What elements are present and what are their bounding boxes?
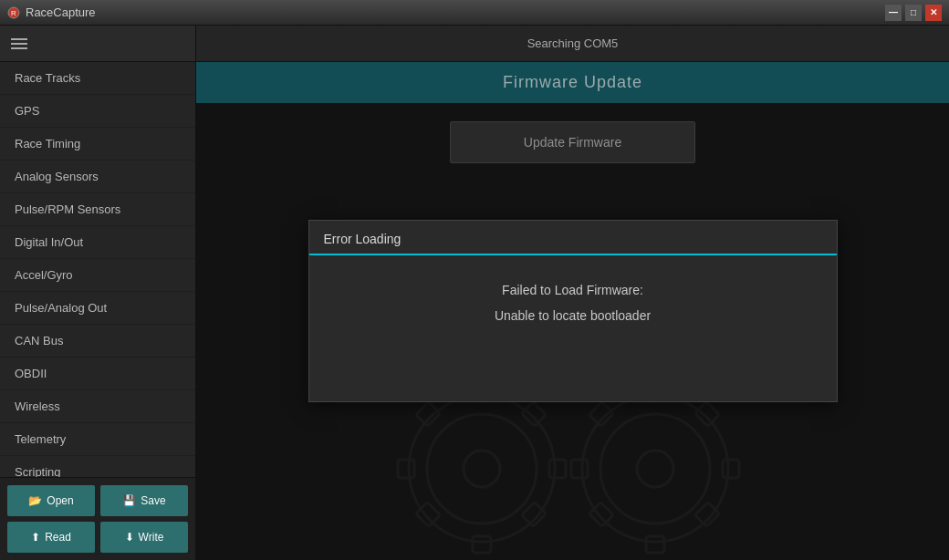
folder-open-icon: 📂: [28, 494, 42, 507]
sidebar-item-telemetry[interactable]: Telemetry: [0, 423, 195, 456]
read-button-label: Read: [45, 531, 71, 544]
close-button[interactable]: ✕: [925, 5, 942, 21]
sidebar-item-wireless[interactable]: Wireless: [0, 390, 195, 423]
sidebar-item-scripting[interactable]: Scripting: [0, 456, 195, 477]
menu-icon[interactable]: [11, 38, 27, 49]
connection-status: Searching COM5: [527, 36, 619, 50]
save-button-label: Save: [141, 494, 165, 507]
sidebar-nav: Race TracksGPSRace TimingAnalog SensorsP…: [0, 62, 195, 477]
error-dialog-header: Error Loading: [309, 221, 837, 255]
write-icon: ⬇: [125, 531, 134, 544]
error-dialog-body: Failed to Load Firmware: Unable to locat…: [309, 255, 837, 350]
app-container: Race TracksGPSRace TimingAnalog SensorsP…: [0, 26, 949, 560]
sidebar-item-obdii[interactable]: OBDII: [0, 358, 195, 390]
main-content: Searching COM5 Firmware Update Update Fi…: [196, 26, 949, 560]
minimize-button[interactable]: —: [885, 5, 902, 21]
sidebar-header: [0, 26, 195, 62]
title-bar-controls: — □ ✕: [885, 5, 942, 21]
sidebar-item-can-bus[interactable]: CAN Bus: [0, 325, 195, 358]
write-button[interactable]: ⬇ Write: [100, 522, 188, 553]
read-icon: ⬆: [31, 531, 40, 544]
firmware-area: Firmware Update Update Firmware: [196, 62, 949, 560]
sidebar-item-pulse-rpm-sensors[interactable]: Pulse/RPM Sensors: [0, 193, 195, 226]
sidebar-item-accel-gyro[interactable]: Accel/Gyro: [0, 259, 195, 292]
save-icon: 💾: [122, 494, 136, 507]
write-button-label: Write: [139, 531, 164, 544]
sidebar-item-pulse-analog-out[interactable]: Pulse/Analog Out: [0, 292, 195, 325]
svg-text:R: R: [11, 9, 16, 17]
save-button[interactable]: 💾 Save: [100, 485, 188, 516]
error-dialog-overlay: Error Loading Failed to Load Firmware: U…: [196, 62, 949, 560]
open-button-label: Open: [47, 494, 73, 507]
sidebar: Race TracksGPSRace TimingAnalog SensorsP…: [0, 26, 196, 560]
sidebar-item-analog-sensors[interactable]: Analog Sensors: [0, 161, 195, 193]
sidebar-item-race-tracks[interactable]: Race Tracks: [0, 62, 195, 95]
app-icon: R: [7, 6, 20, 19]
top-bar: Searching COM5: [196, 26, 949, 62]
sidebar-item-gps[interactable]: GPS: [0, 95, 195, 128]
title-bar: R RaceCapture — □ ✕: [0, 0, 949, 26]
title-bar-left: R RaceCapture: [7, 5, 96, 19]
sidebar-item-race-timing[interactable]: Race Timing: [0, 128, 195, 161]
maximize-button[interactable]: □: [905, 5, 922, 21]
error-line-2: Unable to locate bootloader: [495, 308, 651, 323]
app-title: RaceCapture: [26, 5, 96, 19]
open-button[interactable]: 📂 Open: [7, 485, 95, 516]
error-dialog: Error Loading Failed to Load Firmware: U…: [308, 220, 838, 402]
sidebar-item-digital-in-out[interactable]: Digital In/Out: [0, 226, 195, 259]
error-line-1: Failed to Load Firmware:: [502, 283, 643, 297]
read-button[interactable]: ⬆ Read: [7, 522, 95, 553]
sidebar-buttons: 📂 Open 💾 Save ⬆ Read ⬇ Write: [0, 477, 195, 560]
